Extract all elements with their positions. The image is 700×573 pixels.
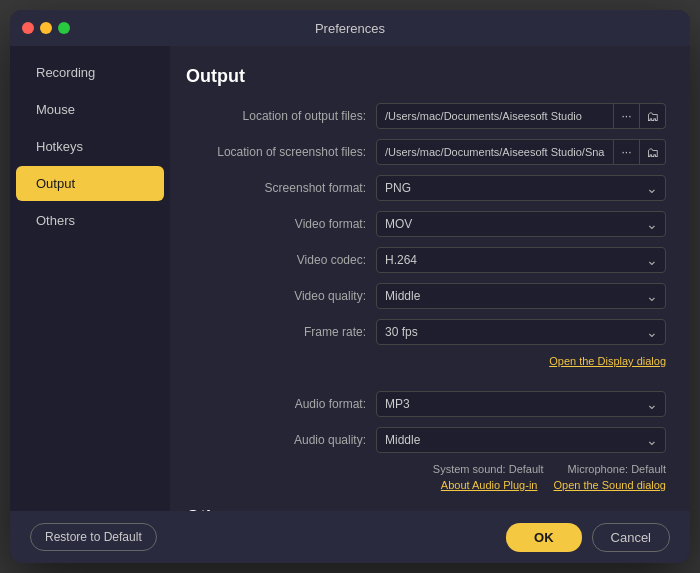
sidebar: Recording Mouse Hotkeys Output Others (10, 46, 170, 511)
output-path-input[interactable] (376, 103, 614, 129)
output-path-label: Location of output files: (186, 109, 376, 123)
sidebar-item-hotkeys[interactable]: Hotkeys (16, 129, 164, 164)
system-sound-value: Default (509, 463, 544, 475)
video-quality-label: Video quality: (186, 289, 376, 303)
main-content: Recording Mouse Hotkeys Output Others Ou… (10, 46, 690, 511)
video-quality-select[interactable]: Middle Low High (376, 283, 666, 309)
screenshot-format-row: Screenshot format: PNG JPG BMP (186, 175, 666, 201)
output-path-input-group: ··· 🗂 (376, 103, 666, 129)
video-format-select[interactable]: MOV MP4 AVI (376, 211, 666, 237)
about-audio-plugin-link[interactable]: About Audio Plug-in (441, 479, 538, 491)
content-area: Output Location of output files: ··· 🗂 L… (170, 46, 690, 511)
system-sound-label: System sound: (433, 463, 509, 475)
sidebar-item-recording[interactable]: Recording (16, 55, 164, 90)
footer: Restore to Default OK Cancel (10, 511, 690, 563)
screenshot-path-input[interactable] (376, 139, 614, 165)
output-section-title: Output (186, 66, 666, 87)
frame-rate-select[interactable]: 30 fps 24 fps 60 fps (376, 319, 666, 345)
video-format-row: Video format: MOV MP4 AVI (186, 211, 666, 237)
sidebar-item-others[interactable]: Others (16, 203, 164, 238)
screenshot-path-input-group: ··· 🗂 (376, 139, 666, 165)
system-sound-info: System sound: Default (433, 463, 544, 475)
frame-rate-label: Frame rate: (186, 325, 376, 339)
microphone-label: Microphone: (568, 463, 632, 475)
audio-format-select[interactable]: MP3 AAC WAV (376, 391, 666, 417)
microphone-info: Microphone: Default (568, 463, 666, 475)
title-bar: Preferences (10, 10, 690, 46)
video-format-wrapper: MOV MP4 AVI (376, 211, 666, 237)
close-button[interactable] (22, 22, 34, 34)
ok-button[interactable]: OK (506, 523, 582, 552)
audio-links-row: About Audio Plug-in Open the Sound dialo… (186, 479, 666, 491)
system-sound-row: System sound: Default Microphone: Defaul… (186, 463, 666, 475)
video-quality-row: Video quality: Middle Low High (186, 283, 666, 309)
screenshot-path-row: Location of screenshot files: ··· 🗂 (186, 139, 666, 165)
video-codec-label: Video codec: (186, 253, 376, 267)
video-quality-wrapper: Middle Low High (376, 283, 666, 309)
traffic-lights (22, 22, 70, 34)
video-codec-select[interactable]: H.264 H.265 (376, 247, 666, 273)
sidebar-item-mouse[interactable]: Mouse (16, 92, 164, 127)
microphone-value: Default (631, 463, 666, 475)
display-dialog-row: Open the Display dialog (186, 355, 666, 367)
audio-format-wrapper: MP3 AAC WAV (376, 391, 666, 417)
window-title: Preferences (315, 21, 385, 36)
audio-format-row: Audio format: MP3 AAC WAV (186, 391, 666, 417)
sidebar-item-output[interactable]: Output (16, 166, 164, 201)
maximize-button[interactable] (58, 22, 70, 34)
frame-rate-row: Frame rate: 30 fps 24 fps 60 fps (186, 319, 666, 345)
footer-right-buttons: OK Cancel (506, 523, 670, 552)
audio-quality-label: Audio quality: (186, 433, 376, 447)
output-path-row: Location of output files: ··· 🗂 (186, 103, 666, 129)
audio-quality-row: Audio quality: Middle Low High (186, 427, 666, 453)
open-sound-dialog-link[interactable]: Open the Sound dialog (553, 479, 666, 491)
audio-quality-select[interactable]: Middle Low High (376, 427, 666, 453)
video-format-label: Video format: (186, 217, 376, 231)
restore-to-default-button[interactable]: Restore to Default (30, 523, 157, 551)
frame-rate-wrapper: 30 fps 24 fps 60 fps (376, 319, 666, 345)
screenshot-path-dots-button[interactable]: ··· (614, 139, 640, 165)
audio-quality-wrapper: Middle Low High (376, 427, 666, 453)
video-codec-wrapper: H.264 H.265 (376, 247, 666, 273)
open-display-dialog-link[interactable]: Open the Display dialog (549, 355, 666, 367)
preferences-window: Preferences Recording Mouse Hotkeys Outp… (10, 10, 690, 563)
cancel-button[interactable]: Cancel (592, 523, 670, 552)
screenshot-format-select[interactable]: PNG JPG BMP (376, 175, 666, 201)
audio-format-label: Audio format: (186, 397, 376, 411)
screenshot-format-wrapper: PNG JPG BMP (376, 175, 666, 201)
minimize-button[interactable] (40, 22, 52, 34)
output-path-dots-button[interactable]: ··· (614, 103, 640, 129)
screenshot-path-label: Location of screenshot files: (186, 145, 376, 159)
screenshot-path-folder-button[interactable]: 🗂 (640, 139, 666, 165)
video-codec-row: Video codec: H.264 H.265 (186, 247, 666, 273)
output-path-folder-button[interactable]: 🗂 (640, 103, 666, 129)
screenshot-format-label: Screenshot format: (186, 181, 376, 195)
